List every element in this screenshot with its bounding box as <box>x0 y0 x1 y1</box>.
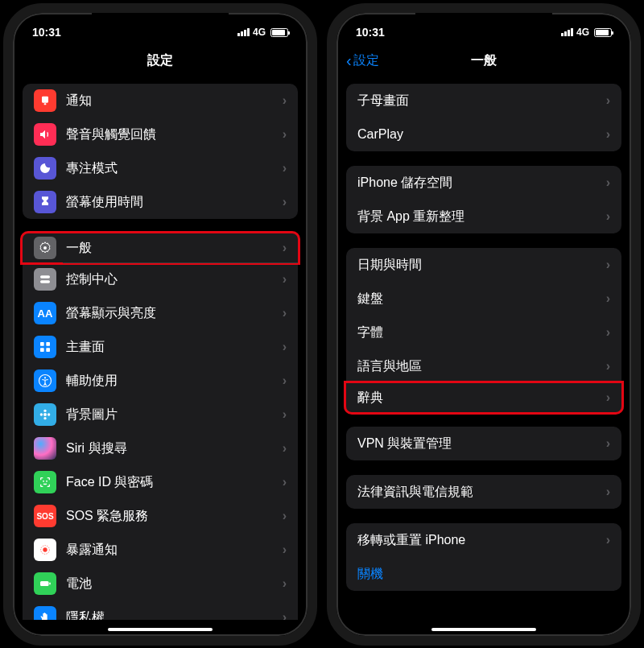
row-label: 移轉或重置 iPhone <box>357 532 606 549</box>
general-row-keyboard[interactable]: 鍵盤› <box>346 282 621 316</box>
row-label: 法律資訊與電信規範 <box>357 484 606 501</box>
status-time: 10:31 <box>356 26 385 39</box>
svg-rect-1 <box>44 103 47 105</box>
settings-row-accessibility[interactable]: 輔助使用› <box>23 364 298 398</box>
svg-point-13 <box>43 417 46 419</box>
chevron-right-icon: › <box>283 407 287 422</box>
chevron-right-icon: › <box>283 475 287 489</box>
row-label: 主畫面 <box>66 339 283 356</box>
general-row-legal[interactable]: 法律資訊與電信規範› <box>346 475 621 509</box>
chevron-right-icon: › <box>283 127 287 142</box>
svg-rect-20 <box>40 581 49 586</box>
general-row-fonts[interactable]: 字體› <box>346 316 621 349</box>
settings-section: 通知›聲音與觸覺回饋›專注模式›螢幕使用時間› <box>23 84 298 219</box>
general-row-handoff[interactable]: 子母畫面› <box>346 84 621 118</box>
general-row-shutdown[interactable]: 關機 <box>346 557 621 591</box>
back-button[interactable]: ‹ 設定 <box>346 52 379 70</box>
status-right: 4G <box>561 27 612 38</box>
status-time: 10:31 <box>32 26 61 39</box>
chevron-right-icon: › <box>606 485 610 499</box>
general-section: VPN 與裝置管理› <box>346 427 621 460</box>
settings-row-focus[interactable]: 專注模式› <box>23 151 298 185</box>
row-label: 一般 <box>66 240 283 257</box>
settings-row-general[interactable]: 一般› <box>20 231 300 265</box>
chevron-right-icon: › <box>606 209 610 224</box>
settings-row-screentime[interactable]: 螢幕使用時間› <box>23 185 298 219</box>
battery-icon <box>594 28 612 37</box>
settings-row-controlcenter[interactable]: 控制中心› <box>23 262 298 296</box>
settings-row-privacy[interactable]: 隱私權› <box>23 601 298 620</box>
row-label: 聲音與觸覺回饋 <box>66 126 283 143</box>
row-label: 輔助使用 <box>66 373 283 390</box>
phone-left: 10:31 4G 設定 通知›聲音與觸覺回饋›專注模式›螢幕使用時間›一般›控制… <box>3 3 317 646</box>
settings-row-notifications[interactable]: 通知› <box>23 84 298 118</box>
gear-icon <box>34 237 56 259</box>
svg-point-2 <box>43 246 47 250</box>
row-label: 隱私權 <box>66 609 283 621</box>
chevron-right-icon: › <box>606 390 610 405</box>
settings-row-sos[interactable]: SOSSOS 緊急服務› <box>23 499 298 533</box>
text-size-icon: AA <box>34 302 56 324</box>
general-row-datetime[interactable]: 日期與時間› <box>346 248 621 282</box>
row-label: VPN 與裝置管理 <box>357 435 606 452</box>
chevron-right-icon: › <box>283 374 287 388</box>
row-label: 日期與時間 <box>357 257 606 274</box>
chevron-right-icon: › <box>606 291 610 306</box>
faceid-icon <box>34 471 56 493</box>
page-title: 設定 <box>147 52 173 69</box>
row-label: 背景 App 重新整理 <box>357 208 606 225</box>
back-label: 設定 <box>353 52 379 69</box>
settings-row-display[interactable]: AA螢幕顯示與亮度› <box>23 296 298 330</box>
battery-icon <box>270 28 288 37</box>
settings-row-battery[interactable]: 電池› <box>23 567 298 601</box>
row-label: 鍵盤 <box>357 291 606 307</box>
exposure-icon <box>34 539 56 561</box>
moon-icon <box>34 157 56 180</box>
general-section: 法律資訊與電信規範› <box>346 475 621 509</box>
svg-rect-5 <box>40 342 44 346</box>
home-indicator[interactable] <box>431 628 536 631</box>
general-row-storage[interactable]: iPhone 儲存空間› <box>346 166 621 200</box>
general-row-vpn[interactable]: VPN 與裝置管理› <box>346 427 621 460</box>
settings-list[interactable]: 通知›聲音與觸覺回饋›專注模式›螢幕使用時間›一般›控制中心›AA螢幕顯示與亮度… <box>13 77 308 620</box>
accessibility-icon <box>34 369 56 392</box>
row-label: 控制中心 <box>66 271 283 288</box>
hourglass-icon <box>34 191 56 213</box>
chevron-right-icon: › <box>283 610 287 620</box>
row-label: 關機 <box>357 566 610 583</box>
row-label: 辭典 <box>357 390 606 407</box>
settings-section: 一般›控制中心›AA螢幕顯示與亮度›主畫面›輔助使用›背景圖片›Siri 與搜尋… <box>23 231 298 620</box>
settings-row-exposure[interactable]: 暴露通知› <box>23 533 298 567</box>
svg-point-17 <box>47 481 47 481</box>
svg-point-18 <box>43 547 47 551</box>
general-list[interactable]: 子母畫面›CarPlay›iPhone 儲存空間›背景 App 重新整理›日期與… <box>336 77 631 620</box>
general-row-language[interactable]: 語言與地區› <box>346 349 621 383</box>
battery-icon <box>34 572 56 595</box>
nav-header: 設定 <box>13 43 308 77</box>
row-label: iPhone 儲存空間 <box>357 175 606 192</box>
row-label: CarPlay <box>357 127 606 142</box>
notch <box>92 13 229 35</box>
chevron-right-icon: › <box>606 127 610 142</box>
general-row-reset[interactable]: 移轉或重置 iPhone› <box>346 523 621 557</box>
settings-row-siri[interactable]: Siri 與搜尋› <box>23 431 298 465</box>
general-row-dictionary[interactable]: 辭典› <box>344 381 624 415</box>
settings-row-faceid[interactable]: Face ID 與密碼› <box>23 465 298 499</box>
toggles-icon <box>34 268 56 291</box>
chevron-right-icon: › <box>283 241 287 255</box>
svg-rect-21 <box>49 583 51 585</box>
settings-row-homescreen[interactable]: 主畫面› <box>23 330 298 364</box>
row-label: 子母畫面 <box>357 93 606 109</box>
phone-right: 10:31 4G ‹ 設定 一般 子母畫面›CarPlay›iPhone 儲存空… <box>327 3 641 646</box>
home-indicator[interactable] <box>108 628 213 631</box>
row-label: 語言與地區 <box>357 358 606 375</box>
row-label: 專注模式 <box>66 160 283 177</box>
network-label: 4G <box>576 27 589 38</box>
general-row-bgrefresh[interactable]: 背景 App 重新整理› <box>346 200 621 233</box>
settings-row-wallpaper[interactable]: 背景圖片› <box>23 398 298 431</box>
general-section: 日期與時間›鍵盤›字體›語言與地區›辭典› <box>346 248 621 415</box>
chevron-right-icon: › <box>606 436 610 451</box>
svg-point-12 <box>43 410 46 412</box>
settings-row-sounds[interactable]: 聲音與觸覺回饋› <box>23 118 298 151</box>
general-row-carplay[interactable]: CarPlay› <box>346 118 621 151</box>
